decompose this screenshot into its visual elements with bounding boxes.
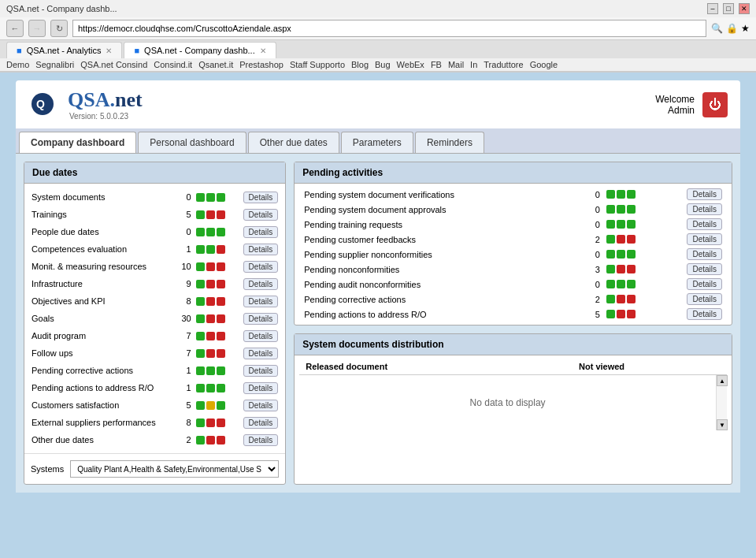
tab-close-icon[interactable]: ✕ <box>106 46 112 55</box>
star-icon[interactable]: ★ <box>741 23 750 34</box>
tab-reminders[interactable]: Reminders <box>415 132 484 153</box>
systems-row: Systems Quality Plant A,Health & Safety,… <box>24 453 285 484</box>
traffic-light <box>606 190 615 199</box>
details-button[interactable]: Details <box>243 365 279 377</box>
bookmark-traduttore[interactable]: Traduttore <box>484 60 523 69</box>
due-dates-row-lights <box>194 206 232 223</box>
traffic-light <box>627 265 636 273</box>
scroll-up-arrow[interactable]: ▲ <box>717 375 728 386</box>
pending-row-count: 2 <box>580 232 603 247</box>
traffic-light <box>217 280 225 288</box>
power-button[interactable]: ⏻ <box>702 92 728 117</box>
traffic-light <box>217 401 225 410</box>
pending-row-btn: Details <box>655 262 725 277</box>
due-dates-row: Follow ups 7 Details <box>29 344 280 362</box>
traffic-light <box>206 436 215 445</box>
details-button[interactable]: Details <box>687 233 722 245</box>
pending-row-btn: Details <box>655 292 725 307</box>
systems-select[interactable]: Quality Plant A,Health & Safety,Environm… <box>70 460 279 478</box>
bookmark-qsanet-consind[interactable]: QSA.net Consind <box>80 60 147 69</box>
pending-row-count: 2 <box>580 292 603 307</box>
bookmark-consind[interactable]: Consind.it <box>154 60 192 69</box>
due-dates-row: Goals 30 Details <box>29 310 280 327</box>
bookmark-webex[interactable]: WebEx <box>397 60 424 69</box>
details-button[interactable]: Details <box>687 293 722 305</box>
maximize-button[interactable]: □ <box>723 3 734 14</box>
refresh-button[interactable]: ↻ <box>50 20 68 37</box>
due-dates-body: System documents 0 Details Trainings 5 D… <box>24 184 285 453</box>
pending-row-btn: Details <box>655 187 725 202</box>
minimize-button[interactable]: – <box>707 3 718 14</box>
details-button[interactable]: Details <box>243 278 279 290</box>
bookmark-fb[interactable]: FB <box>431 60 442 69</box>
due-dates-row-count: 9 <box>171 275 193 292</box>
app-header: Q QSA.net Version: 5.0.0.23 Welcome Admi… <box>16 80 740 128</box>
details-button[interactable]: Details <box>687 308 722 320</box>
bookmark-mail[interactable]: Mail <box>448 60 464 69</box>
details-button[interactable]: Details <box>687 248 722 260</box>
details-button[interactable]: Details <box>243 417 279 429</box>
details-button[interactable]: Details <box>243 226 279 238</box>
pending-row-label: Pending corrective actions <box>301 292 580 307</box>
details-button[interactable]: Details <box>243 434 279 446</box>
bookmark-google[interactable]: Google <box>530 60 558 69</box>
pending-activities-panel: Pending activities Pending system docume… <box>294 162 732 326</box>
pending-row-label: Pending customer feedbacks <box>301 232 580 247</box>
due-dates-row: Infrastructure 9 Details <box>29 275 280 292</box>
details-button[interactable]: Details <box>243 261 279 273</box>
details-button[interactable]: Details <box>687 188 722 200</box>
due-dates-header: Due dates <box>24 162 285 184</box>
details-button[interactable]: Details <box>687 218 722 230</box>
tab-other-due-dates[interactable]: Other due dates <box>248 132 339 153</box>
search-icon[interactable]: 🔍 <box>711 23 723 34</box>
details-button[interactable]: Details <box>687 263 722 275</box>
tab-personal-dashboard[interactable]: Personal dashboard <box>138 132 246 153</box>
browser-tab-analytics[interactable]: ■ QSA.net - Analytics ✕ <box>6 42 122 58</box>
details-button[interactable]: Details <box>243 244 279 255</box>
due-dates-row-count: 0 <box>171 188 193 206</box>
bookmark-prestashop[interactable]: Prestashop <box>239 60 284 69</box>
traffic-light <box>206 210 215 219</box>
details-button[interactable]: Details <box>243 192 279 203</box>
details-button[interactable]: Details <box>243 313 279 325</box>
scrollbar[interactable]: ▲ ▼ <box>716 375 727 430</box>
scroll-down-arrow[interactable]: ▼ <box>717 419 728 430</box>
bookmark-segnalibri[interactable]: Segnalibri <box>35 60 74 69</box>
bookmark-staff-supporto[interactable]: Staff Supporto <box>290 60 345 69</box>
due-dates-row-label: Goals <box>29 310 171 327</box>
details-button[interactable]: Details <box>687 203 722 215</box>
due-dates-row-lights <box>194 344 232 362</box>
bookmark-blog[interactable]: Blog <box>351 60 369 69</box>
tab-parameters[interactable]: Parameters <box>341 132 413 153</box>
details-button[interactable]: Details <box>243 382 279 394</box>
forward-button[interactable]: → <box>28 20 46 37</box>
systems-label: Systems <box>31 464 64 474</box>
details-button[interactable]: Details <box>243 400 279 411</box>
window-title: QSA.net - Company dashb... <box>6 4 117 13</box>
due-dates-row-count: 1 <box>171 240 193 258</box>
pending-row: Pending corrective actions 2 Details <box>301 292 725 307</box>
due-dates-row: Trainings 5 Details <box>29 206 280 223</box>
details-button[interactable]: Details <box>243 330 279 342</box>
pending-row-count: 0 <box>580 247 603 262</box>
bookmark-bug[interactable]: Bug <box>375 60 391 69</box>
due-dates-row-lights <box>194 275 232 292</box>
due-dates-row-count: 10 <box>171 258 193 275</box>
due-dates-row-lights <box>194 431 232 448</box>
details-button[interactable]: Details <box>243 296 279 307</box>
tab-company-dashboard[interactable]: Company dashboard <box>19 132 136 153</box>
traffic-light <box>617 310 625 318</box>
close-button[interactable]: ✕ <box>739 3 750 14</box>
bookmark-in[interactable]: In <box>470 60 477 69</box>
tab-close-icon[interactable]: ✕ <box>260 46 266 55</box>
back-button[interactable]: ← <box>6 20 24 37</box>
bookmark-demo[interactable]: Demo <box>6 60 29 69</box>
browser-tab-dashboard[interactable]: ■ QSA.net - Company dashb... ✕ <box>124 42 276 58</box>
details-button[interactable]: Details <box>243 209 279 221</box>
details-button[interactable]: Details <box>687 278 722 290</box>
bookmark-qsanet[interactable]: Qsanet.it <box>198 60 233 69</box>
details-button[interactable]: Details <box>243 348 279 359</box>
address-bar[interactable] <box>72 20 706 37</box>
pending-row: Pending nonconformities 3 Details <box>301 262 725 277</box>
traffic-light <box>206 332 215 340</box>
